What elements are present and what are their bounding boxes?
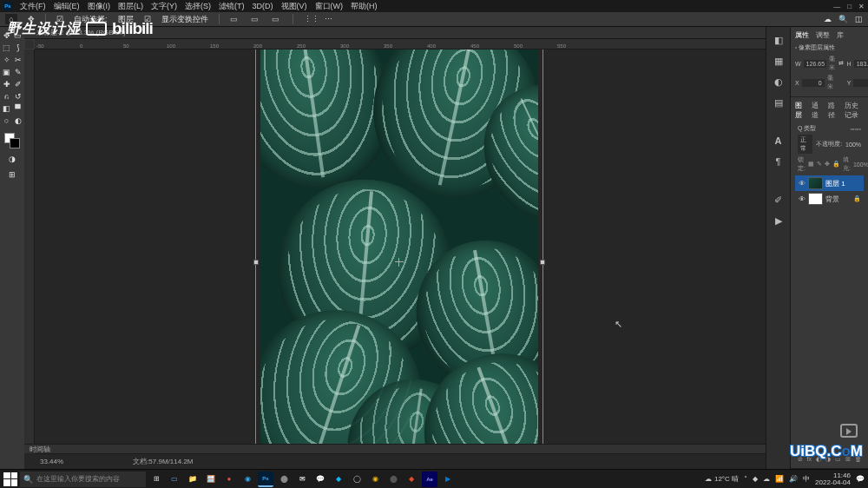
taskbar-clock[interactable]: 11:46 2022-04-04 [815, 472, 851, 486]
crop-tool[interactable]: ✂ [13, 55, 23, 65]
tray-network-icon[interactable]: 📶 [775, 475, 784, 483]
x-field[interactable]: 0 [802, 79, 825, 87]
tab-paths[interactable]: 路径 [828, 101, 838, 120]
taskbar-app[interactable]: ● [221, 472, 237, 487]
taskbar-edge[interactable]: ◉ [240, 472, 255, 487]
lock-transparency-icon[interactable]: ▦ [808, 161, 814, 168]
menu-3d[interactable]: 3D(D) [253, 2, 273, 10]
layer-row-1[interactable]: 👁 图层 1 [795, 175, 864, 191]
taskbar-app[interactable]: 📁 [185, 472, 201, 487]
distribute-icon[interactable]: ⋮⋮ [304, 15, 314, 23]
tab-history[interactable]: 历史记录 [845, 101, 864, 120]
cloud-share-icon[interactable]: ☁ [824, 15, 832, 23]
blend-mode-select[interactable]: 正常 [798, 135, 812, 154]
dodge-tool[interactable]: ◐ [13, 115, 23, 126]
character-panel-icon[interactable]: A [773, 135, 785, 147]
artboard[interactable]: ctrl + shift + u 去色 [260, 49, 538, 453]
menu-select[interactable]: 选择(S) [185, 1, 211, 12]
color-panel-icon[interactable]: ◧ [773, 34, 785, 46]
taskbar-chrome[interactable]: ◉ [367, 472, 383, 487]
lasso-tool[interactable]: ⟆ [13, 43, 23, 53]
menu-layer[interactable]: 图层(L) [118, 1, 143, 12]
patterns-panel-icon[interactable]: ▤ [773, 96, 785, 109]
tray-volume-icon[interactable]: 🔊 [789, 475, 798, 483]
brush-settings-icon[interactable]: ✐ [773, 194, 785, 206]
screen-mode-tool[interactable]: ⊞ [7, 169, 17, 180]
maximize-button[interactable]: □ [847, 3, 852, 10]
minimize-button[interactable]: — [833, 3, 840, 10]
eyedropper-tool[interactable]: ✎ [13, 67, 23, 77]
ruler-horizontal[interactable]: -50050100150200250300350400450500550 [35, 39, 766, 49]
weather-widget[interactable]: ☁12°C 晴 [705, 474, 739, 484]
tab-adjustments[interactable]: 调整 [816, 30, 830, 40]
tray-ime-icon[interactable]: 中 [803, 474, 810, 484]
align-center-icon[interactable]: ▭ [251, 15, 261, 23]
height-field[interactable]: 183.04 [854, 60, 868, 68]
tray-chevron-icon[interactable]: ˄ [744, 475, 747, 483]
layer-row-background[interactable]: 👁 背景 🔒 [795, 191, 864, 207]
tray-app-icon[interactable]: ◆ [753, 475, 758, 483]
taskbar-app[interactable]: ◯ [349, 472, 365, 487]
menu-type[interactable]: 文字(Y) [151, 1, 177, 12]
visibility-icon[interactable]: 👁 [798, 180, 806, 188]
taskbar-app[interactable]: ⬤ [276, 472, 292, 487]
eraser-tool[interactable]: ◧ [2, 103, 12, 114]
menu-window[interactable]: 窗口(W) [315, 1, 344, 12]
y-field[interactable]: 0 [853, 79, 868, 87]
more-options[interactable]: ⋯ [325, 15, 332, 23]
layer-name[interactable]: 图层 1 [825, 179, 845, 188]
transform-handle-mr[interactable] [540, 260, 545, 265]
taskbar-app[interactable]: ▶ [440, 472, 456, 487]
lock-all-icon[interactable]: 🔒 [832, 161, 840, 168]
zoom-level[interactable]: 33.44% [40, 458, 63, 465]
layer-thumbnail[interactable] [808, 177, 823, 189]
align-right-icon[interactable]: ▭ [272, 15, 282, 23]
history-brush-tool[interactable]: ↺ [13, 91, 23, 102]
tray-cloud-icon[interactable]: ☁ [763, 475, 770, 483]
tab-channels[interactable]: 通道 [812, 101, 821, 120]
taskbar-app[interactable]: ◆ [331, 472, 346, 487]
menu-edit[interactable]: 编辑(E) [54, 1, 80, 12]
video-pip-icon[interactable] [840, 424, 858, 438]
paragraph-panel-icon[interactable]: ¶ [773, 155, 785, 168]
taskbar-app[interactable]: ▭ [167, 472, 182, 487]
tab-libraries[interactable]: 库 [837, 30, 844, 40]
stamp-tool[interactable]: ⎌ [2, 91, 12, 102]
color-swatches[interactable] [4, 133, 20, 148]
search-icon[interactable]: 🔍 [838, 15, 848, 23]
wand-tool[interactable]: ✧ [2, 55, 12, 65]
visibility-icon[interactable]: 👁 [798, 195, 806, 203]
close-button[interactable]: ✕ [858, 3, 865, 10]
lock-position-icon[interactable]: ✥ [825, 161, 830, 168]
taskbar-photoshop[interactable]: Ps [258, 472, 273, 487]
tab-layers[interactable]: 图层 [795, 101, 805, 120]
frame-tool[interactable]: ▣ [2, 67, 12, 77]
transform-handle-ml[interactable] [253, 260, 259, 265]
layer-thumbnail[interactable] [808, 193, 823, 205]
taskbar-search[interactable]: 🔍 在这里输入你要搜索的内容 [20, 472, 146, 487]
align-left-icon[interactable]: ▭ [230, 15, 240, 23]
doc-size[interactable]: 文档:57.9M/114.2M [133, 457, 193, 466]
start-button[interactable] [3, 472, 17, 486]
taskbar-aftereffects[interactable]: Ae [422, 472, 437, 487]
menu-file[interactable]: 文件(F) [20, 1, 46, 12]
taskbar-app[interactable]: ⬤ [385, 472, 401, 487]
ruler-origin[interactable] [24, 39, 35, 49]
workspace-icon[interactable]: ◫ [855, 15, 863, 23]
notifications-icon[interactable]: 💬 [856, 475, 865, 483]
opacity-value[interactable]: 100% [845, 142, 861, 148]
layer-filter-kind[interactable]: Q 类型 [798, 124, 816, 133]
gradients-panel-icon[interactable]: ◐ [773, 76, 785, 88]
gradient-tool[interactable]: ▀ [13, 103, 23, 114]
ruler-vertical[interactable] [24, 49, 35, 453]
canvas-viewport[interactable]: ctrl + shift + u 去色 ↖ [35, 49, 766, 453]
taskbar-app[interactable]: ◆ [404, 472, 419, 487]
tab-properties[interactable]: 属性 [795, 30, 809, 40]
fill-value[interactable]: 100% [853, 162, 868, 168]
lock-pixels-icon[interactable]: ✎ [817, 161, 822, 168]
menu-view[interactable]: 视图(V) [281, 1, 307, 12]
menu-help[interactable]: 帮助(H) [351, 1, 378, 12]
swatches-panel-icon[interactable]: ▦ [773, 55, 785, 67]
menu-image[interactable]: 图像(I) [88, 1, 111, 12]
timeline-panel-tab[interactable]: 时间轴 [24, 444, 766, 453]
